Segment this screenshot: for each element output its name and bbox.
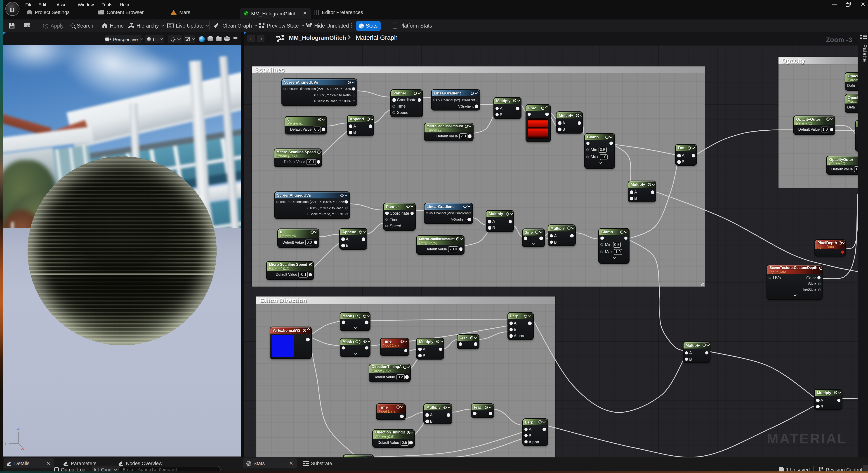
svg-text:Z: Z — [17, 426, 20, 431]
svg-text:X: X — [21, 446, 24, 450]
svg-text:Y: Y — [4, 441, 6, 446]
